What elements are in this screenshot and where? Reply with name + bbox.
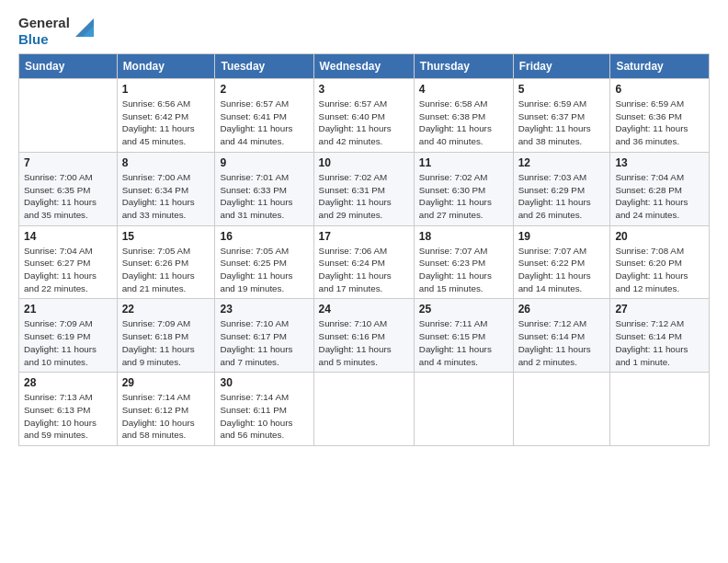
calendar-table: SundayMondayTuesdayWednesdayThursdayFrid… bbox=[18, 53, 710, 446]
weekday-header-wednesday: Wednesday bbox=[313, 54, 414, 79]
calendar-cell: 14Sunrise: 7:04 AMSunset: 6:27 PMDayligh… bbox=[19, 225, 118, 299]
day-number: 23 bbox=[220, 303, 308, 316]
calendar-cell bbox=[513, 373, 610, 446]
day-number: 2 bbox=[220, 83, 308, 96]
day-info: Sunrise: 7:05 AMSunset: 6:26 PMDaylight:… bbox=[122, 245, 210, 295]
calendar-cell: 27Sunrise: 7:12 AMSunset: 6:14 PMDayligh… bbox=[610, 299, 710, 373]
day-number: 16 bbox=[220, 230, 308, 243]
calendar-cell: 9Sunrise: 7:01 AMSunset: 6:33 PMDaylight… bbox=[215, 152, 313, 225]
calendar-cell: 12Sunrise: 7:03 AMSunset: 6:29 PMDayligh… bbox=[513, 152, 610, 225]
day-info: Sunrise: 6:57 AMSunset: 6:41 PMDaylight:… bbox=[220, 98, 308, 148]
week-row-5: 28Sunrise: 7:13 AMSunset: 6:13 PMDayligh… bbox=[19, 373, 710, 446]
weekday-header-tuesday: Tuesday bbox=[215, 54, 313, 79]
logo-blue: Blue bbox=[18, 31, 70, 48]
day-number: 30 bbox=[220, 376, 308, 389]
day-info: Sunrise: 7:14 AMSunset: 6:11 PMDaylight:… bbox=[220, 391, 308, 442]
calendar-cell: 28Sunrise: 7:13 AMSunset: 6:13 PMDayligh… bbox=[19, 373, 118, 446]
calendar-cell: 2Sunrise: 6:57 AMSunset: 6:41 PMDaylight… bbox=[215, 79, 313, 153]
calendar-cell: 26Sunrise: 7:12 AMSunset: 6:14 PMDayligh… bbox=[513, 299, 610, 373]
day-number: 22 bbox=[122, 303, 210, 316]
day-info: Sunrise: 7:07 AMSunset: 6:22 PMDaylight:… bbox=[518, 245, 606, 295]
calendar-cell: 30Sunrise: 7:14 AMSunset: 6:11 PMDayligh… bbox=[215, 373, 313, 446]
day-info: Sunrise: 7:01 AMSunset: 6:33 PMDaylight:… bbox=[220, 171, 308, 222]
calendar-cell: 24Sunrise: 7:10 AMSunset: 6:16 PMDayligh… bbox=[313, 299, 414, 373]
week-row-3: 14Sunrise: 7:04 AMSunset: 6:27 PMDayligh… bbox=[19, 225, 710, 299]
calendar-cell: 10Sunrise: 7:02 AMSunset: 6:31 PMDayligh… bbox=[313, 152, 414, 225]
day-info: Sunrise: 6:59 AMSunset: 6:37 PMDaylight:… bbox=[518, 98, 606, 148]
day-info: Sunrise: 6:57 AMSunset: 6:40 PMDaylight:… bbox=[319, 98, 409, 148]
logo-triangle-icon bbox=[75, 18, 94, 37]
week-row-2: 7Sunrise: 7:00 AMSunset: 6:35 PMDaylight… bbox=[19, 152, 710, 225]
calendar-cell: 20Sunrise: 7:08 AMSunset: 6:20 PMDayligh… bbox=[610, 225, 710, 299]
day-info: Sunrise: 7:07 AMSunset: 6:23 PMDaylight:… bbox=[419, 245, 508, 295]
calendar-cell bbox=[313, 373, 414, 446]
day-number: 15 bbox=[122, 230, 210, 243]
page-header: General Blue bbox=[18, 15, 710, 48]
calendar-cell: 15Sunrise: 7:05 AMSunset: 6:26 PMDayligh… bbox=[117, 225, 215, 299]
day-info: Sunrise: 7:06 AMSunset: 6:24 PMDaylight:… bbox=[319, 245, 409, 295]
calendar-cell: 1Sunrise: 6:56 AMSunset: 6:42 PMDaylight… bbox=[117, 79, 215, 153]
calendar-cell: 22Sunrise: 7:09 AMSunset: 6:18 PMDayligh… bbox=[117, 299, 215, 373]
day-number: 27 bbox=[615, 303, 704, 316]
day-number: 18 bbox=[419, 230, 508, 243]
logo-general: General bbox=[18, 15, 70, 31]
day-number: 7 bbox=[24, 156, 112, 169]
weekday-header-sunday: Sunday bbox=[19, 54, 118, 79]
day-number: 24 bbox=[319, 303, 409, 316]
day-info: Sunrise: 7:10 AMSunset: 6:17 PMDaylight:… bbox=[220, 317, 308, 368]
day-number: 29 bbox=[122, 376, 210, 389]
day-info: Sunrise: 7:04 AMSunset: 6:28 PMDaylight:… bbox=[615, 171, 704, 222]
day-info: Sunrise: 7:02 AMSunset: 6:31 PMDaylight:… bbox=[319, 171, 409, 222]
day-number: 14 bbox=[24, 230, 112, 243]
day-number: 25 bbox=[419, 303, 508, 316]
day-info: Sunrise: 6:59 AMSunset: 6:36 PMDaylight:… bbox=[615, 98, 704, 148]
day-number: 3 bbox=[319, 83, 409, 96]
day-number: 13 bbox=[615, 156, 704, 169]
day-info: Sunrise: 7:05 AMSunset: 6:25 PMDaylight:… bbox=[220, 245, 308, 295]
calendar-cell: 11Sunrise: 7:02 AMSunset: 6:30 PMDayligh… bbox=[414, 152, 513, 225]
calendar-cell: 13Sunrise: 7:04 AMSunset: 6:28 PMDayligh… bbox=[610, 152, 710, 225]
calendar-cell: 29Sunrise: 7:14 AMSunset: 6:12 PMDayligh… bbox=[117, 373, 215, 446]
day-info: Sunrise: 7:00 AMSunset: 6:34 PMDaylight:… bbox=[122, 171, 210, 222]
calendar-cell bbox=[19, 79, 118, 153]
calendar-cell bbox=[414, 373, 513, 446]
weekday-header-monday: Monday bbox=[117, 54, 215, 79]
day-number: 5 bbox=[518, 83, 606, 96]
calendar-cell bbox=[610, 373, 710, 446]
day-number: 9 bbox=[220, 156, 308, 169]
day-number: 26 bbox=[518, 303, 606, 316]
calendar-cell: 5Sunrise: 6:59 AMSunset: 6:37 PMDaylight… bbox=[513, 79, 610, 153]
day-number: 10 bbox=[319, 156, 409, 169]
day-info: Sunrise: 7:08 AMSunset: 6:20 PMDaylight:… bbox=[615, 245, 704, 295]
weekday-header-row: SundayMondayTuesdayWednesdayThursdayFrid… bbox=[19, 54, 710, 79]
day-info: Sunrise: 7:12 AMSunset: 6:14 PMDaylight:… bbox=[518, 317, 606, 368]
calendar-cell: 21Sunrise: 7:09 AMSunset: 6:19 PMDayligh… bbox=[19, 299, 118, 373]
day-number: 20 bbox=[615, 230, 704, 243]
calendar-cell: 17Sunrise: 7:06 AMSunset: 6:24 PMDayligh… bbox=[313, 225, 414, 299]
calendar-cell: 6Sunrise: 6:59 AMSunset: 6:36 PMDaylight… bbox=[610, 79, 710, 153]
day-number: 17 bbox=[319, 230, 409, 243]
calendar-cell: 18Sunrise: 7:07 AMSunset: 6:23 PMDayligh… bbox=[414, 225, 513, 299]
day-info: Sunrise: 7:02 AMSunset: 6:30 PMDaylight:… bbox=[419, 171, 508, 222]
day-number: 11 bbox=[419, 156, 508, 169]
calendar-cell: 4Sunrise: 6:58 AMSunset: 6:38 PMDaylight… bbox=[414, 79, 513, 153]
calendar-cell: 23Sunrise: 7:10 AMSunset: 6:17 PMDayligh… bbox=[215, 299, 313, 373]
weekday-header-saturday: Saturday bbox=[610, 54, 710, 79]
day-info: Sunrise: 7:09 AMSunset: 6:18 PMDaylight:… bbox=[122, 317, 210, 368]
day-info: Sunrise: 6:56 AMSunset: 6:42 PMDaylight:… bbox=[122, 98, 210, 148]
day-info: Sunrise: 7:10 AMSunset: 6:16 PMDaylight:… bbox=[319, 317, 409, 368]
day-info: Sunrise: 7:03 AMSunset: 6:29 PMDaylight:… bbox=[518, 171, 606, 222]
day-number: 12 bbox=[518, 156, 606, 169]
day-info: Sunrise: 6:58 AMSunset: 6:38 PMDaylight:… bbox=[419, 98, 508, 148]
calendar-cell: 25Sunrise: 7:11 AMSunset: 6:15 PMDayligh… bbox=[414, 299, 513, 373]
calendar-cell: 8Sunrise: 7:00 AMSunset: 6:34 PMDaylight… bbox=[117, 152, 215, 225]
weekday-header-thursday: Thursday bbox=[414, 54, 513, 79]
day-number: 21 bbox=[24, 303, 112, 316]
day-number: 8 bbox=[122, 156, 210, 169]
day-info: Sunrise: 7:04 AMSunset: 6:27 PMDaylight:… bbox=[24, 245, 112, 295]
calendar-cell: 19Sunrise: 7:07 AMSunset: 6:22 PMDayligh… bbox=[513, 225, 610, 299]
calendar-cell: 16Sunrise: 7:05 AMSunset: 6:25 PMDayligh… bbox=[215, 225, 313, 299]
day-info: Sunrise: 7:12 AMSunset: 6:14 PMDaylight:… bbox=[615, 317, 704, 368]
week-row-1: 1Sunrise: 6:56 AMSunset: 6:42 PMDaylight… bbox=[19, 79, 710, 153]
day-info: Sunrise: 7:00 AMSunset: 6:35 PMDaylight:… bbox=[24, 171, 112, 222]
